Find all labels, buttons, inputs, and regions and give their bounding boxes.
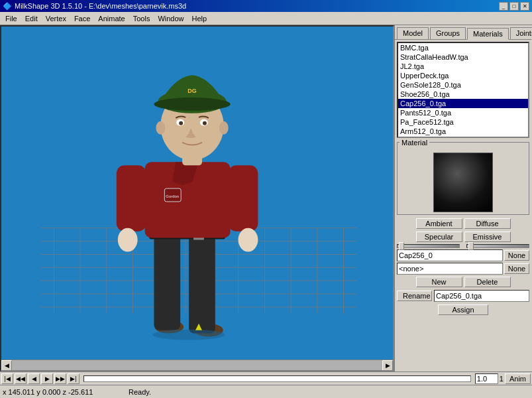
menu-item-tools[interactable]: Tools — [129, 13, 154, 24]
ambient-button[interactable]: Ambient — [416, 218, 462, 229]
list-item[interactable]: Arm512_0.tga — [398, 127, 528, 136]
status-text: Ready. — [129, 388, 151, 396]
list-item[interactable]: Shoe256_0.tga — [398, 90, 528, 99]
texture-row-2: None — [397, 263, 529, 275]
statusbar: x 145.011 y 0.000 z -25.611 Ready. — [0, 385, 532, 398]
diffuse-button[interactable]: Diffuse — [464, 218, 511, 229]
main-area: DG Gordon ◀ — [0, 25, 532, 371]
scroll-track[interactable] — [12, 360, 382, 371]
slider-row-1 — [397, 244, 529, 248]
list-item[interactable]: GenSole128_0.tga — [398, 80, 528, 90]
list-item[interactable]: Pants512_0.tga — [398, 108, 528, 117]
svg-point-39 — [179, 121, 183, 125]
specular-emissive-row: Specular Emissive — [397, 232, 529, 242]
rename-button[interactable]: Rename — [397, 291, 432, 301]
tab-materials[interactable]: Materials — [467, 28, 509, 40]
menu-item-edit[interactable]: Edit — [21, 13, 42, 24]
svg-point-40 — [203, 121, 207, 125]
specular-button[interactable]: Specular — [416, 232, 462, 242]
svg-point-34 — [154, 98, 230, 111]
delete-button[interactable]: Delete — [464, 277, 511, 287]
material-section: Material — [397, 142, 529, 215]
list-item[interactable]: JL2.tga — [398, 62, 528, 71]
tab-joints[interactable]: Joints — [510, 27, 532, 39]
texture-row-1: None — [397, 249, 529, 261]
slider-track-1[interactable] — [397, 244, 460, 248]
texture-field-1[interactable] — [397, 249, 503, 261]
timeline-next-button[interactable]: ▶ — [41, 373, 53, 384]
anim-button[interactable]: Anim — [505, 373, 531, 384]
assign-row: Assign — [397, 304, 529, 315]
viewport-scrollbar[interactable]: ◀ ▶ — [1, 360, 393, 370]
maximize-button[interactable]: □ — [509, 2, 519, 11]
texture-none-button-1[interactable]: None — [504, 250, 529, 261]
menubar: FileEditVertexFaceAnimateToolsWindowHelp — [0, 12, 532, 25]
ambient-diffuse-row: Ambient Diffuse — [397, 218, 529, 229]
scroll-left-button[interactable]: ◀ — [1, 360, 12, 371]
svg-rect-22 — [189, 235, 215, 334]
new-button[interactable]: New — [416, 277, 462, 287]
character-view: DG Gordon — [1, 27, 393, 370]
list-item-selected[interactable]: Cap256_0.tga — [398, 99, 528, 108]
texture-none-button-2[interactable]: None — [504, 263, 529, 274]
titlebar-right: _ □ ✕ — [499, 2, 529, 11]
texture-field-2[interactable] — [397, 263, 503, 275]
materials-list[interactable]: BMC.tga StratCallaHeadW.tga JL2.tga Uppe… — [397, 42, 529, 138]
titlebar-title: MilkShape 3D 1.5.10 - E:\dev\meshes\parn… — [15, 2, 186, 10]
scroll-right-button[interactable]: ▶ — [382, 360, 393, 371]
tab-groups[interactable]: Groups — [430, 27, 466, 39]
new-delete-row: New Delete — [397, 277, 529, 287]
emissive-button[interactable]: Emissive — [464, 232, 511, 242]
viewport[interactable]: DG Gordon ◀ — [0, 25, 394, 371]
coordinates: x 145.011 y 0.000 z -25.611 — [3, 388, 122, 396]
menu-item-file[interactable]: File — [1, 13, 21, 24]
material-preview — [433, 153, 493, 212]
svg-point-30 — [239, 228, 258, 252]
svg-point-45 — [152, 330, 225, 340]
slider-track-2[interactable] — [466, 244, 529, 248]
svg-rect-21 — [154, 235, 180, 330]
minimize-button[interactable]: _ — [499, 2, 508, 11]
material-section-label: Material — [399, 139, 429, 147]
rename-row: Rename — [397, 290, 529, 302]
svg-text:Gordon: Gordon — [166, 194, 179, 198]
titlebar: 🔷 MilkShape 3D 1.5.10 - E:\dev\meshes\pa… — [0, 0, 532, 12]
timeline-total: 1 — [500, 375, 504, 383]
timeline-track[interactable] — [83, 375, 471, 382]
menu-item-vertex[interactable]: Vertex — [42, 13, 70, 24]
timeline: |◀ ◀◀ ◀ ▶ ▶▶ ▶| 1 Anim — [0, 371, 532, 385]
menu-item-animate[interactable]: Animate — [94, 13, 129, 24]
rename-field[interactable] — [434, 290, 529, 302]
close-button[interactable]: ✕ — [520, 2, 529, 11]
list-item[interactable]: Pa_Face512.tga — [398, 117, 528, 127]
app-icon: 🔷 — [3, 2, 12, 11]
list-item[interactable]: BMC.tga — [398, 43, 528, 52]
slider-thumb-1[interactable] — [399, 242, 404, 250]
list-item[interactable]: StratCallaHeadW.tga — [398, 52, 528, 62]
timeline-frame-field[interactable] — [475, 373, 498, 384]
list-item[interactable]: Shirt512_0.tga — [398, 136, 528, 138]
list-item[interactable]: UpperDeck.tga — [398, 71, 528, 80]
tabs: Model Groups Materials Joints — [395, 25, 531, 40]
svg-point-41 — [156, 121, 165, 135]
timeline-end-button[interactable]: ▶| — [68, 373, 80, 384]
svg-rect-27 — [117, 165, 146, 231]
timeline-start-button[interactable]: |◀ — [1, 373, 13, 384]
titlebar-left: 🔷 MilkShape 3D 1.5.10 - E:\dev\meshes\pa… — [3, 2, 186, 11]
assign-button[interactable]: Assign — [438, 304, 488, 315]
slider-thumb-2[interactable] — [468, 242, 474, 250]
timeline-prev-key-button[interactable]: ◀◀ — [15, 373, 27, 384]
menu-item-help[interactable]: Help — [188, 13, 211, 24]
right-panel: Model Groups Materials Joints BMC.tga St… — [394, 25, 531, 371]
menu-item-window[interactable]: Window — [154, 13, 187, 24]
menu-item-face[interactable]: Face — [70, 13, 94, 24]
svg-rect-29 — [229, 165, 258, 231]
tab-model[interactable]: Model — [397, 27, 429, 39]
svg-text:DG: DG — [187, 88, 196, 94]
svg-point-42 — [219, 121, 229, 135]
timeline-next-key-button[interactable]: ▶▶ — [54, 373, 66, 384]
timeline-prev-button[interactable]: ◀ — [28, 373, 40, 384]
svg-point-28 — [118, 228, 138, 252]
